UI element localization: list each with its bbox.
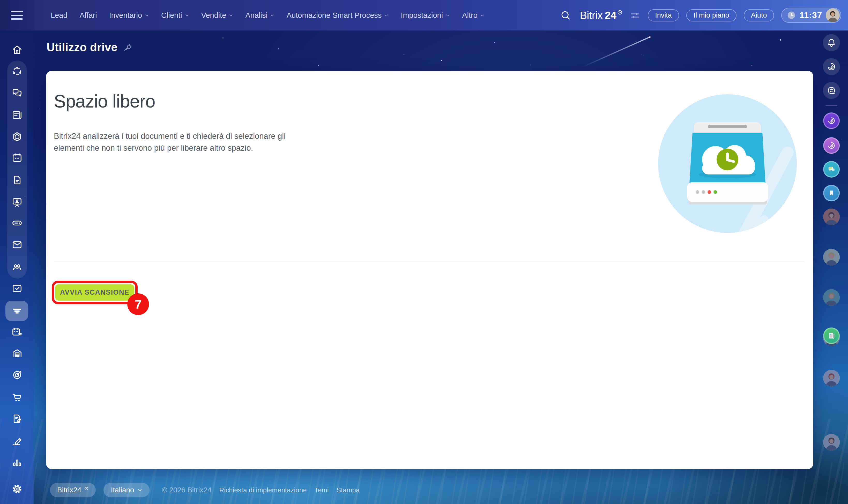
nav-item-lead[interactable]: Lead xyxy=(51,11,68,20)
topbar-right: Bitrix 24 Invita Il mio piano Aiuto 11:3… xyxy=(560,8,848,23)
rightbar-user-avatar[interactable] xyxy=(823,370,840,386)
chevron-down-icon xyxy=(144,13,149,18)
nav-item-affari[interactable]: Affari xyxy=(80,11,97,20)
sidebar-settings-gear-icon[interactable] xyxy=(11,483,23,495)
rightbar-badge-bookmark-icon[interactable] xyxy=(823,185,840,201)
nav-item-analisi[interactable]: Analisi xyxy=(245,11,274,20)
bitrix24-app: LeadAffariInventarioClientiVenditeAnalis… xyxy=(0,0,848,504)
chevron-down-icon xyxy=(185,13,189,18)
main-nav: LeadAffariInventarioClientiVenditeAnalis… xyxy=(51,11,485,20)
drive-usage-card: Spazio libero Bitrix24 analizzerà i tuoi… xyxy=(46,71,813,469)
nav-item-inventario[interactable]: Inventario xyxy=(109,11,149,20)
copyright-text: © 2026 Bitrix24 xyxy=(162,486,212,494)
sidebar-chats-icon[interactable] xyxy=(11,87,23,99)
chevron-down-icon xyxy=(270,13,275,18)
my-plan-button[interactable]: Il mio piano xyxy=(686,9,737,21)
rightbar-user-avatar[interactable] xyxy=(823,209,840,225)
footer-clock-icon xyxy=(84,486,88,490)
rightbar-badge-news-doc-icon[interactable] xyxy=(823,327,840,344)
sidebar-calendar-icon[interactable] xyxy=(11,152,23,164)
nav-item-label: Vendite xyxy=(201,11,226,20)
rightbar-bell-icon[interactable] xyxy=(823,34,840,51)
rightbar-badge-copilot-icon[interactable] xyxy=(823,112,840,129)
footer: Bitrix24 Italiano © 2026 Bitrix24 Richie… xyxy=(50,483,360,497)
sidebar-drive-icon[interactable] xyxy=(11,217,23,229)
logo-number: 24 xyxy=(605,9,617,21)
start-scan-button[interactable]: AVVIA SCANSIONE xyxy=(55,284,134,301)
sidebar-hexagon-badge-icon[interactable] xyxy=(11,131,23,143)
sidebar-e-sign-document-icon[interactable] xyxy=(11,413,23,425)
rightbar-badge-chat-bubbles-icon[interactable] xyxy=(823,161,840,178)
rightbar-user-avatar[interactable] xyxy=(823,434,840,450)
sidebar-planner-icon[interactable] xyxy=(11,326,23,338)
rightbar-user-avatar[interactable] xyxy=(823,289,840,306)
sidebar-video-meeting-icon[interactable] xyxy=(11,196,23,208)
logo-brand: Bitrix xyxy=(580,9,603,21)
sidebar-home-icon[interactable] xyxy=(11,44,23,56)
bitrix24-logo[interactable]: Bitrix 24 xyxy=(580,9,623,21)
chevron-down-icon xyxy=(229,13,233,18)
sidebar-bar-chart-icon[interactable] xyxy=(11,457,23,469)
star xyxy=(841,140,842,140)
main-menu-button[interactable] xyxy=(0,0,34,31)
nav-item-label: Clienti xyxy=(161,11,182,20)
nav-item-label: Lead xyxy=(51,11,68,20)
chevron-down-icon xyxy=(137,488,142,493)
card-divider xyxy=(54,262,804,262)
nav-item-label: Analisi xyxy=(245,11,267,20)
star xyxy=(39,109,39,109)
nav-item-impostazioni[interactable]: Impostazioni xyxy=(401,11,450,20)
nav-item-automazione-smart-process[interactable]: Automazione Smart Process xyxy=(287,11,388,20)
sidebar-document-icon[interactable] xyxy=(11,174,23,186)
page-title: Utilizzo drive xyxy=(47,41,118,54)
sidebar-warehouse-icon[interactable] xyxy=(11,347,23,359)
footer-brand-button[interactable]: Bitrix24 xyxy=(50,483,96,497)
invite-button[interactable]: Invita xyxy=(648,9,679,21)
card-heading: Spazio libero xyxy=(54,91,155,112)
sidebar-tasks-check-icon[interactable] xyxy=(11,283,23,294)
nav-item-label: Impostazioni xyxy=(401,11,443,20)
rightbar-chat-arrows-icon[interactable] xyxy=(823,82,840,99)
rightbar-badge-copilot-icon[interactable] xyxy=(823,137,840,154)
time-value: 11:37 xyxy=(799,10,822,20)
footer-link-implementation[interactable]: Richiesta di implementazione xyxy=(219,486,307,494)
sidebar-signature-pen-icon[interactable] xyxy=(11,435,23,447)
time-tracker[interactable]: 11:37 xyxy=(781,8,841,23)
chevron-down-icon xyxy=(480,13,485,18)
logo-clock-icon xyxy=(617,10,622,15)
clock-icon xyxy=(787,11,796,20)
sidebar-news-feed-icon[interactable] xyxy=(11,109,23,121)
rightbar-user-avatar[interactable] xyxy=(823,249,840,266)
nav-item-label: Automazione Smart Process xyxy=(287,11,382,20)
hamburger-icon xyxy=(11,11,23,20)
tune-sliders-icon[interactable] xyxy=(630,10,641,21)
nav-item-label: Inventario xyxy=(109,11,142,20)
chevron-down-icon xyxy=(384,13,388,18)
page-header: Utilizzo drive xyxy=(47,41,133,54)
nav-item-label: Altro xyxy=(462,11,478,20)
card-description: Bitrix24 analizzerà i tuoi documenti e t… xyxy=(54,130,302,154)
drive-cloud-illustration xyxy=(658,94,797,233)
sidebar-shopping-cart-icon[interactable] xyxy=(11,391,23,403)
pin-icon[interactable] xyxy=(123,43,133,52)
footer-link-themes[interactable]: Temi xyxy=(315,486,329,494)
nav-item-altro[interactable]: Altro xyxy=(462,11,485,20)
nav-item-label: Affari xyxy=(80,11,97,20)
sidebar-team-icon[interactable] xyxy=(11,261,23,273)
sidebar-filter-funnel-icon[interactable] xyxy=(11,305,23,317)
nav-item-vendite[interactable]: Vendite xyxy=(201,11,233,20)
help-button[interactable]: Aiuto xyxy=(744,9,774,21)
language-selector[interactable]: Italiano xyxy=(103,483,149,497)
footer-link-print[interactable]: Stampa xyxy=(336,486,360,494)
sidebar-marketing-target-icon[interactable] xyxy=(11,369,23,381)
rightbar-copilot-icon[interactable] xyxy=(823,58,840,75)
language-label: Italiano xyxy=(111,486,134,494)
search-icon[interactable] xyxy=(560,10,571,21)
sidebar-mail-icon[interactable] xyxy=(11,239,23,251)
nav-item-clienti[interactable]: Clienti xyxy=(161,11,189,20)
rightbar-divider xyxy=(826,105,837,106)
user-avatar[interactable] xyxy=(826,8,840,22)
chevron-down-icon xyxy=(446,13,450,18)
sidebar-orbit-network-icon[interactable] xyxy=(11,66,23,77)
footer-brand-label: Bitrix24 xyxy=(57,486,81,494)
